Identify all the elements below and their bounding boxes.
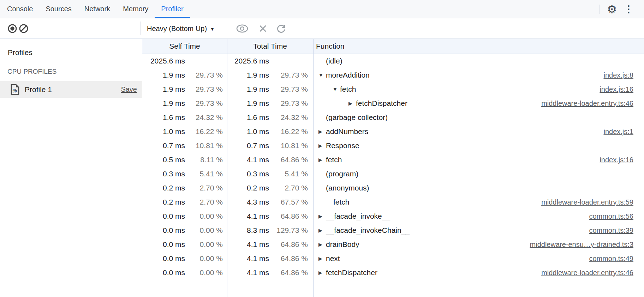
profile-table-row[interactable]: 1.9 ms29.73 %1.9 ms29.73 %▼moreAdditioni…: [142, 68, 644, 82]
total-time-pct: 5.41 %: [269, 170, 308, 178]
self-time-pct: 0.00 %: [185, 268, 223, 277]
clear-profiles-button[interactable]: [18, 23, 29, 34]
tab-profiler[interactable]: Profiler: [155, 0, 190, 18]
function-cell: ▶Response: [313, 141, 644, 150]
expand-arrow-icon[interactable]: ▶: [318, 143, 326, 148]
collapse-arrow-icon[interactable]: ▼: [318, 72, 326, 78]
total-time-ms: 4.1 ms: [227, 268, 269, 277]
total-time-pct: 67.57 %: [269, 198, 308, 206]
profile-table-row[interactable]: 1.6 ms24.32 %1.6 ms24.32 %(garbage colle…: [142, 110, 644, 125]
function-name: moreAddition: [326, 71, 370, 79]
function-cell: ▶addNumbersindex.js:1: [313, 127, 644, 136]
source-location-link[interactable]: index.js:1: [604, 128, 644, 136]
profile-table-row[interactable]: 0.7 ms10.81 %0.7 ms10.81 %▶Response: [142, 139, 644, 153]
eye-icon: [236, 24, 249, 33]
source-location-link[interactable]: middleware-ensu…y-drained.ts:3: [530, 241, 644, 249]
self-time-ms: 0.0 ms: [142, 268, 185, 277]
more-options-kebab-icon[interactable]: ⋮: [624, 5, 633, 14]
tab-console[interactable]: Console: [1, 0, 39, 18]
profile-table-row[interactable]: 0.5 ms8.11 %4.1 ms64.86 %▶fetchindex.js:…: [142, 153, 644, 167]
profile-table-row[interactable]: 1.0 ms16.22 %1.0 ms16.22 %▶addNumbersind…: [142, 125, 644, 139]
self-time-ms: 2025.6 ms: [142, 57, 185, 65]
total-time-cell: 4.3 ms67.57 %: [227, 198, 313, 206]
total-time-ms: 1.9 ms: [227, 99, 269, 108]
self-time-cell: 0.0 ms0.00 %: [142, 212, 227, 220]
source-location-link[interactable]: index.js:16: [600, 85, 644, 93]
self-time-ms: 0.0 ms: [142, 240, 185, 249]
self-time-cell: 0.2 ms2.70 %: [142, 198, 227, 206]
profile-name: Profile 1: [25, 85, 52, 94]
total-time-cell: 1.9 ms29.73 %: [227, 71, 313, 79]
self-time-pct: 24.32 %: [185, 113, 223, 122]
self-time-pct: 29.73 %: [185, 71, 223, 79]
exclude-function-button[interactable]: [258, 24, 267, 33]
profile-table-row[interactable]: 0.3 ms5.41 %0.3 ms5.41 %(program): [142, 167, 644, 181]
column-header-total-time[interactable]: Total Time: [227, 42, 313, 50]
source-location-link[interactable]: common.ts:39: [589, 226, 644, 235]
topbar-divider: [600, 5, 600, 14]
expand-arrow-icon[interactable]: ▶: [318, 129, 326, 134]
expand-arrow-icon[interactable]: ▶: [318, 270, 326, 275]
svg-text:%: %: [12, 88, 17, 93]
total-time-pct: 64.86 %: [269, 254, 308, 263]
function-cell: ▶nextcommon.ts:49: [313, 254, 644, 263]
clear-icon: [18, 23, 29, 34]
self-time-cell: 0.5 ms8.11 %: [142, 156, 227, 164]
self-time-ms: 1.9 ms: [142, 99, 185, 108]
profile-table-row[interactable]: 2025.6 ms2025.6 ms(idle): [142, 54, 644, 68]
function-cell: ▶__facade_invoke__common.ts:56: [313, 212, 644, 220]
collapse-arrow-icon[interactable]: ▼: [333, 86, 340, 92]
total-time-ms: 4.1 ms: [227, 212, 269, 220]
source-location-link[interactable]: middleware-loader.entry.ts:46: [541, 269, 644, 277]
function-cell: ▶fetchDispatchermiddleware-loader.entry.…: [313, 99, 644, 108]
self-time-ms: 1.6 ms: [142, 113, 185, 122]
save-profile-link[interactable]: Save: [121, 85, 137, 93]
profile-table-row[interactable]: 0.2 ms2.70 %4.3 ms67.57 %fetchmiddleware…: [142, 195, 644, 209]
profile-table-row[interactable]: 0.0 ms0.00 %4.1 ms64.86 %▶fetchDispatche…: [142, 266, 644, 280]
function-name: __facade_invoke__: [326, 212, 390, 220]
total-time-ms: 1.9 ms: [227, 71, 269, 79]
profile-table-row[interactable]: 0.0 ms0.00 %4.1 ms64.86 %▶nextcommon.ts:…: [142, 251, 644, 266]
function-cell: fetchmiddleware-loader.entry.ts:59: [313, 198, 644, 206]
settings-gear-icon[interactable]: ⚙: [607, 4, 617, 15]
profile-table-row[interactable]: 0.2 ms2.70 %0.2 ms2.70 %(anonymous): [142, 181, 644, 195]
total-time-ms: 4.1 ms: [227, 156, 269, 164]
close-x-icon: [258, 24, 267, 33]
record-profile-button[interactable]: [7, 23, 18, 34]
function-cell: (program): [313, 170, 644, 178]
source-location-link[interactable]: common.ts:49: [589, 255, 644, 263]
source-location-link[interactable]: middleware-loader.entry.ts:46: [541, 99, 644, 108]
source-location-link[interactable]: middleware-loader.entry.ts:59: [541, 198, 644, 206]
profile-table-row[interactable]: 1.9 ms29.73 %1.9 ms29.73 %▶fetchDispatch…: [142, 96, 644, 110]
total-time-cell: 4.1 ms64.86 %: [227, 212, 313, 220]
profile-table-row[interactable]: 0.0 ms0.00 %4.1 ms64.86 %▶drainBodymiddl…: [142, 237, 644, 251]
source-location-link[interactable]: common.ts:56: [589, 212, 644, 220]
restore-functions-button[interactable]: [276, 24, 286, 34]
expand-arrow-icon[interactable]: ▶: [348, 101, 356, 106]
source-location-link[interactable]: index.js:8: [604, 71, 644, 79]
profiler-toolbar: Heavy (Bottom Up) ▼: [0, 18, 644, 39]
tab-memory[interactable]: Memory: [117, 0, 155, 18]
profiling-view-dropdown[interactable]: Heavy (Bottom Up) ▼: [147, 24, 215, 32]
tab-sources[interactable]: Sources: [39, 0, 78, 18]
profiles-sidebar: Profiles CPU PROFILES % Profile 1 Save: [0, 39, 142, 297]
column-header-self-time[interactable]: Self Time: [142, 42, 227, 50]
profile-table-row[interactable]: 0.0 ms0.00 %8.3 ms129.73 %▶__facade_invo…: [142, 223, 644, 237]
column-header-function[interactable]: Function: [313, 42, 345, 50]
tab-network[interactable]: Network: [78, 0, 117, 18]
profile-list-item[interactable]: % Profile 1 Save: [0, 81, 142, 98]
total-time-pct: 29.73 %: [269, 71, 308, 79]
profile-table-row[interactable]: 0.0 ms0.00 %4.1 ms64.86 %▶__facade_invok…: [142, 209, 644, 223]
expand-arrow-icon[interactable]: ▶: [318, 213, 326, 219]
expand-arrow-icon[interactable]: ▶: [318, 157, 326, 163]
expand-arrow-icon[interactable]: ▶: [318, 256, 326, 261]
profile-table-row[interactable]: 1.9 ms29.73 %1.9 ms29.73 %▼fetchindex.js…: [142, 82, 644, 96]
self-time-cell: 1.9 ms29.73 %: [142, 99, 227, 108]
expand-arrow-icon[interactable]: ▶: [318, 228, 326, 233]
total-time-ms: 0.7 ms: [227, 141, 269, 150]
expand-arrow-icon[interactable]: ▶: [318, 242, 326, 247]
focus-function-button[interactable]: [236, 24, 249, 33]
source-location-link[interactable]: index.js:16: [600, 156, 644, 164]
indent-spacer: [318, 61, 326, 61]
total-time-ms: 8.3 ms: [227, 226, 269, 235]
